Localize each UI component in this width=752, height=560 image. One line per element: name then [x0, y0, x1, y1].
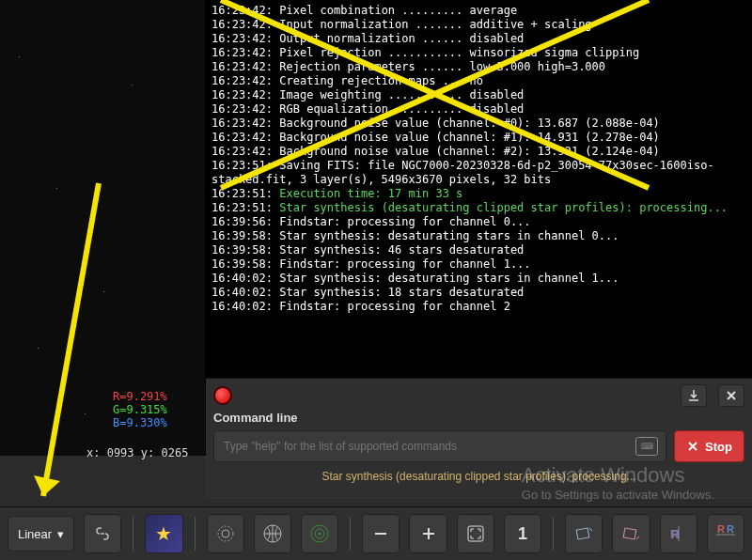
keyboard-icon: ⌨ [635, 437, 658, 456]
log-line: 16:23:42: Input normalization ....... ad… [212, 18, 746, 32]
globe-button[interactable] [254, 514, 291, 553]
log-line: 16:23:42: Image weighting ........... di… [212, 88, 746, 102]
geometry-1-button[interactable] [565, 514, 603, 553]
log-line: 16:39:58: Findstar: processing for chann… [212, 257, 746, 272]
zoom-100-button[interactable]: 1 [504, 514, 541, 553]
log-line: 16:23:42: Pixel rejection ........... wi… [212, 46, 746, 60]
log-line: 16:23:42: Pixel combination ......... av… [212, 4, 746, 18]
log-line: 16:39:58: Star synthesis: desaturating s… [212, 229, 746, 243]
swirl-icon [215, 523, 236, 544]
image-preview[interactable] [0, 0, 206, 456]
command-line-label: Command line [213, 411, 744, 425]
pixel-rgb-values: R=9.291% G=9.315% B=9.330% [113, 390, 167, 429]
svg-text:R: R [717, 523, 725, 535]
close-log-button[interactable] [718, 384, 744, 407]
log-line: 16:23:42: RGB equalization .......... di… [212, 102, 746, 117]
svg-marker-19 [34, 475, 60, 496]
cursor-coordinates: x: 0993 y: 0265 [86, 446, 188, 459]
chevron-down-icon: ▾ [57, 527, 64, 541]
plus-icon [419, 524, 438, 543]
x-icon [686, 440, 699, 453]
svg-point-5 [319, 533, 321, 536]
svg-text:R: R [727, 523, 734, 535]
log-line: 16:23:42: Creating rejection maps ... no [212, 74, 746, 88]
mirror-y-icon: RR [714, 523, 737, 544]
chain-link-button[interactable] [84, 514, 121, 553]
log-line: stacked.fit, 3 layer(s), 5496x3670 pixel… [212, 173, 746, 187]
log-line: 16:39:58: Star synthesis: 46 stars desat… [212, 243, 746, 257]
display-mode-select[interactable]: Linear ▾ [8, 516, 74, 552]
target-icon [309, 523, 330, 544]
svg-rect-9 [468, 526, 483, 541]
mirror-x-button[interactable]: RR [660, 514, 697, 553]
stop-button-label: Stop [705, 440, 732, 454]
target-button[interactable] [301, 514, 338, 553]
bottom-toolbar: Linear ▾ ★ 1 RR RR [0, 506, 752, 560]
minus-icon [371, 524, 390, 543]
log-line: 16:23:42: Background noise value (channe… [212, 145, 746, 159]
zoom-out-button[interactable] [362, 514, 400, 553]
link-icon [93, 524, 112, 543]
swirl-button[interactable] [207, 514, 244, 553]
one-icon: 1 [518, 524, 527, 544]
log-line: 16:23:42: Background noise value (channe… [212, 131, 746, 145]
log-line: 16:23:51: Star synthesis (desaturating c… [212, 201, 746, 215]
download-icon [687, 389, 700, 402]
download-log-button[interactable] [681, 384, 707, 407]
command-section: Command line ⌨ Stop Star synthesis (desa… [206, 378, 752, 499]
status-line: Star synthesis (desaturating clipped sta… [213, 470, 744, 483]
star-tool-button[interactable]: ★ [145, 514, 182, 553]
svg-point-0 [218, 526, 233, 541]
log-line: 16:23:51: Execution time: 17 min 33 s [212, 187, 746, 201]
log-line: 16:23:42: Background noise value (channe… [212, 117, 746, 131]
svg-rect-10 [576, 528, 589, 539]
fit-screen-button[interactable] [457, 514, 494, 553]
svg-rect-6 [375, 533, 386, 535]
pixel-g: G=9.315% [113, 403, 167, 416]
zoom-in-button[interactable] [409, 514, 446, 553]
command-input[interactable] [222, 439, 635, 454]
mirror-x-icon: RR [667, 523, 690, 544]
log-line: 16:39:56: Findstar: processing for chann… [212, 215, 746, 229]
svg-point-1 [222, 530, 229, 537]
log-line: 16:23:42: Output normalization ...... di… [212, 32, 746, 46]
mirror-y-button[interactable]: RR [707, 514, 744, 553]
close-icon [726, 390, 737, 401]
log-line: 16:40:02: Star synthesis: 18 stars desat… [212, 286, 746, 300]
display-mode-label: Linear [18, 527, 52, 541]
record-indicator-icon [213, 386, 232, 405]
star-icon: ★ [155, 522, 172, 545]
stop-button[interactable]: Stop [674, 430, 744, 462]
log-line: 16:40:02: Star synthesis: desaturating s… [212, 272, 746, 286]
tilt-rect-icon [573, 523, 594, 544]
pixel-r: R=9.291% [113, 390, 167, 403]
log-line: 16:40:02: Findstar: processing for chann… [212, 300, 746, 314]
svg-rect-11 [624, 528, 637, 539]
tilt-rect-alt-icon [620, 523, 641, 544]
globe-icon [262, 523, 283, 544]
command-input-wrapper[interactable]: ⌨ [213, 430, 666, 462]
svg-rect-8 [428, 528, 430, 539]
fit-icon [465, 523, 486, 544]
log-line: 16:23:42: Rejection parameters ...... lo… [212, 60, 746, 74]
log-output: 16:23:42: Pixel combination ......... av… [206, 0, 752, 383]
log-line: 16:23:51: Saving FITS: file NGC7000-2023… [212, 159, 746, 173]
pixel-b: B=9.330% [113, 416, 167, 429]
geometry-2-button[interactable] [612, 514, 650, 553]
